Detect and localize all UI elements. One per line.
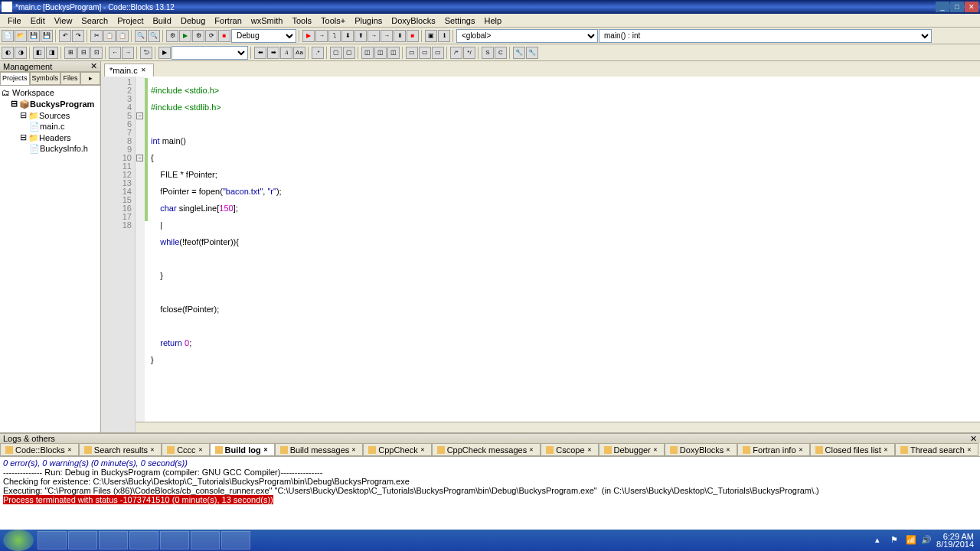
doxy-2-icon[interactable]: ▢ (343, 47, 355, 59)
tb2-icon-6[interactable]: ⊟ (77, 47, 90, 59)
run-script-icon[interactable]: ▶ (158, 47, 171, 59)
back-icon[interactable]: ← (109, 47, 121, 59)
doxy-11-icon[interactable]: S (482, 47, 494, 59)
stop-debug-icon[interactable]: ■ (407, 30, 419, 42)
function-combo[interactable]: main() : int (599, 29, 932, 43)
menu-project[interactable]: Project (113, 16, 148, 25)
undo-icon[interactable]: ↶ (59, 30, 71, 42)
tb2-icon-2[interactable]: ◑ (15, 47, 27, 59)
tray-volume-icon[interactable]: 🔊 (921, 535, 932, 546)
tray-chevron-icon[interactable]: ▴ (875, 535, 886, 546)
fold-icon[interactable]: − (136, 155, 143, 161)
redo-icon[interactable]: ↷ (72, 30, 84, 42)
next-line-icon[interactable]: ⤵ (328, 30, 341, 42)
doxy-3-icon[interactable]: ◫ (361, 47, 374, 59)
log-tab-codeblocks[interactable]: Code::Blocks✕ (0, 443, 79, 456)
new-file-icon[interactable]: 📄 (2, 30, 14, 42)
copy-icon[interactable]: 📋 (103, 30, 116, 42)
menu-search[interactable]: Search (77, 16, 113, 25)
tab-files[interactable]: Files (60, 72, 80, 85)
editor-tab-close-icon[interactable]: ✕ (141, 67, 149, 74)
tab-more[interactable]: ▸ (80, 72, 100, 85)
tray-flag-icon[interactable]: ⚑ (890, 535, 901, 546)
log-tab-closedfiles[interactable]: Closed files list✕ (810, 443, 895, 456)
abort-icon[interactable]: ■ (218, 30, 230, 42)
debug-windows-icon[interactable]: ▣ (425, 30, 437, 42)
menu-build[interactable]: Build (148, 16, 175, 25)
close-button[interactable]: ✕ (965, 2, 978, 12)
nav-next-icon[interactable]: ➡ (267, 47, 279, 59)
menu-wxsmith[interactable]: wxSmith (247, 16, 288, 25)
forward-icon[interactable]: → (122, 47, 134, 59)
menu-file[interactable]: File (3, 16, 26, 25)
cut-icon[interactable]: ✂ (90, 30, 103, 42)
log-tab-buildlog[interactable]: Build log✕ (210, 443, 275, 456)
save-icon[interactable]: 💾 (28, 30, 40, 42)
tree-folder-sources[interactable]: ⊟📁Sources (2, 109, 99, 121)
break-icon[interactable]: ⏸ (394, 30, 406, 42)
menu-view[interactable]: View (50, 16, 77, 25)
menu-edit[interactable]: Edit (26, 16, 50, 25)
doxy-13-icon[interactable]: 🔧 (513, 47, 525, 59)
menu-settings[interactable]: Settings (440, 16, 480, 25)
tb2-icon-7[interactable]: ⊡ (90, 47, 103, 59)
task-codeblocks[interactable] (191, 531, 220, 549)
build-icon[interactable]: ⚙ (166, 30, 178, 42)
task-explorer[interactable] (38, 531, 67, 549)
log-tab-cccc[interactable]: Cccc✕ (162, 443, 209, 456)
tb2-icon-5[interactable]: ⊞ (64, 47, 77, 59)
tray-clock[interactable]: 6:29 AM 8/19/2014 (936, 533, 974, 548)
code-content[interactable]: #include <stdio.h> #include <stdlib.h> i… (148, 77, 980, 432)
menu-help[interactable]: Help (479, 16, 506, 25)
build-run-icon[interactable]: ⚙ (192, 30, 204, 42)
doxy-4-icon[interactable]: ◫ (374, 47, 387, 59)
task-app3[interactable] (221, 531, 250, 549)
debug-run-icon[interactable]: ▶ (302, 30, 315, 42)
open-file-icon[interactable]: 📂 (15, 30, 27, 42)
menu-toolsplus[interactable]: Tools+ (316, 16, 350, 25)
info-icon[interactable]: ℹ (438, 30, 450, 42)
step-instr-icon[interactable]: → (381, 30, 393, 42)
tb2-icon-4[interactable]: ◨ (46, 47, 58, 59)
menu-tools[interactable]: Tools (287, 16, 316, 25)
tab-symbols[interactable]: Symbols (30, 72, 61, 85)
start-button[interactable] (3, 530, 34, 551)
log-tab-cppcheck[interactable]: CppCheck✕ (363, 443, 431, 456)
save-all-icon[interactable]: 💾 (41, 30, 53, 42)
task-chrome[interactable] (99, 531, 128, 549)
maximize-button[interactable]: □ (950, 2, 964, 12)
task-app2[interactable] (160, 531, 189, 549)
script-combo[interactable] (172, 46, 248, 60)
find-icon[interactable]: 🔍 (135, 30, 147, 42)
task-app1[interactable] (129, 531, 158, 549)
code-editor[interactable]: 1 2 3 4 5 6 7 8 9 10 11 12 13 14 15 16 1… (101, 77, 980, 432)
log-tab-fortran[interactable]: Fortran info✕ (737, 443, 809, 456)
doxy-5-icon[interactable]: ◫ (387, 47, 400, 59)
horizontal-scrollbar[interactable] (136, 422, 980, 432)
scope-combo[interactable]: <global> (456, 29, 598, 43)
fold-icon[interactable]: − (136, 112, 143, 119)
select-text-icon[interactable]: 𝐴 (280, 47, 292, 59)
nav-prev-icon[interactable]: ⬅ (254, 47, 266, 59)
run-to-cursor-icon[interactable]: → (315, 30, 328, 42)
log-tab-cscope[interactable]: Cscope✕ (541, 443, 598, 456)
doxy-1-icon[interactable]: ▢ (330, 47, 342, 59)
tree-workspace[interactable]: 🗂Workspace (2, 87, 99, 98)
menu-doxyblocks[interactable]: DoxyBlocks (387, 16, 439, 25)
management-close-icon[interactable]: ✕ (90, 61, 97, 71)
minimize-button[interactable]: _ (936, 2, 949, 12)
tree-file-main-c[interactable]: 📄main.c (2, 121, 99, 132)
doxy-10-icon[interactable]: */ (463, 47, 475, 59)
tb2-icon-1[interactable]: ◐ (2, 47, 14, 59)
doxy-6-icon[interactable]: ▭ (406, 47, 418, 59)
build-target-combo[interactable]: Debug (231, 29, 296, 43)
menu-fortran[interactable]: Fortran (210, 16, 246, 25)
log-tab-debugger[interactable]: Debugger✕ (599, 443, 665, 456)
doxy-12-icon[interactable]: C (495, 47, 507, 59)
menu-plugins[interactable]: Plugins (350, 16, 387, 25)
next-instr-icon[interactable]: → (368, 30, 380, 42)
rebuild-icon[interactable]: ⟳ (205, 30, 217, 42)
paste-icon[interactable]: 📋 (116, 30, 129, 42)
task-mediaplayer[interactable] (68, 531, 97, 549)
tree-project[interactable]: ⊟📦BuckysProgram (2, 98, 99, 109)
